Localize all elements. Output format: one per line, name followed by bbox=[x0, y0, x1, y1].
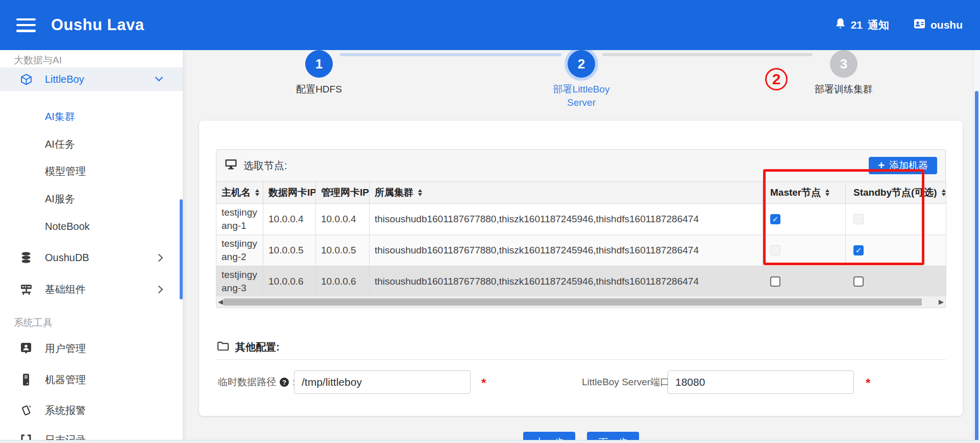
add-machine-button[interactable]: + 添加机器 bbox=[869, 157, 937, 174]
sidebar-subitem-ai-service[interactable]: AI服务 bbox=[0, 188, 183, 210]
sidebar-item-user-mgmt[interactable]: 用户管理 bbox=[0, 337, 183, 360]
sidebar-item-system-alarm[interactable]: 系统报警 bbox=[0, 399, 183, 422]
table-row-1: testjingyang-1 10.0.0.4 10.0.0.4 thisous… bbox=[216, 204, 946, 235]
components-icon bbox=[19, 283, 33, 296]
server-port-input[interactable] bbox=[668, 370, 854, 394]
nodes-table: 主机名 数据网卡IP 管理网卡IP 所属集群 Master节点 Standby节… bbox=[216, 181, 946, 297]
node-select-toolbar: 选取节点: + 添加机器 bbox=[216, 149, 946, 182]
scrollbar-thumb[interactable] bbox=[975, 91, 978, 443]
app-title: Oushu Lava bbox=[51, 16, 144, 34]
mgmt-ip-cell: 10.0.0.6 bbox=[316, 266, 370, 297]
database-icon bbox=[19, 251, 33, 264]
top-bar: Oushu Lava 21 通知 oushu bbox=[0, 0, 980, 50]
cluster-cell: thisoushudb1601187677880,thiszk160118724… bbox=[370, 266, 763, 297]
data-ip-cell: 10.0.0.6 bbox=[263, 266, 316, 297]
sidebar-item-oushudb[interactable]: OushuDB bbox=[0, 246, 183, 269]
notification-label: 通知 bbox=[868, 18, 889, 32]
step-2-circle[interactable]: 2 bbox=[568, 50, 595, 78]
scroll-left-arrow-icon[interactable]: ◀ bbox=[218, 298, 223, 306]
other-config-label: 其他配置: bbox=[235, 340, 280, 354]
step-1-label: 配置HDFS bbox=[278, 83, 360, 96]
node-select-label: 选取节点: bbox=[243, 159, 287, 173]
hamburger-menu-icon[interactable] bbox=[16, 18, 36, 32]
master-checkbox-row-3[interactable] bbox=[770, 276, 780, 287]
sidebar-item-littleboy[interactable]: LittleBoy bbox=[0, 67, 183, 91]
col-header-mgmt-ip[interactable]: 管理网卡IP bbox=[316, 182, 370, 204]
step-2-label: 部署LittleBoy Server bbox=[541, 83, 622, 109]
col-header-cluster[interactable]: 所属集群 bbox=[370, 182, 763, 204]
sort-icon[interactable] bbox=[825, 189, 829, 196]
data-ip-cell: 10.0.0.4 bbox=[263, 204, 316, 235]
sidebar-section-system-tools: 系统工具 bbox=[0, 315, 183, 331]
notification-count: 21 bbox=[851, 19, 863, 31]
topbar-right: 21 通知 oushu bbox=[835, 0, 963, 50]
master-checkbox-row-1[interactable] bbox=[770, 214, 780, 224]
machine-icon bbox=[19, 373, 33, 386]
required-asterisk: * bbox=[866, 376, 870, 390]
sidebar-subitem-ai-cluster[interactable]: AI集群 bbox=[0, 105, 183, 128]
page-bottom-scrollbar bbox=[0, 440, 980, 443]
user-badge-icon bbox=[19, 342, 33, 355]
notifications-button[interactable]: 21 通知 bbox=[835, 18, 889, 32]
cube-icon bbox=[19, 73, 33, 86]
cluster-cell: thisoushudb1601187677880,thiszk160118724… bbox=[370, 204, 763, 235]
col-header-standby[interactable]: Standby节点(可选) bbox=[846, 182, 946, 204]
step-1-circle[interactable]: 1 bbox=[305, 50, 333, 78]
master-checkbox-row-2[interactable] bbox=[770, 245, 780, 255]
node-select-label-group: 选取节点: bbox=[225, 158, 287, 173]
divider bbox=[216, 359, 946, 360]
table-horizontal-scrollbar[interactable]: ◀ ▶ bbox=[216, 296, 946, 308]
sort-icon[interactable] bbox=[942, 189, 946, 196]
step-connector-2-3 bbox=[602, 53, 813, 56]
standby-checkbox-row-1[interactable] bbox=[853, 214, 864, 224]
data-ip-cell: 10.0.0.5 bbox=[263, 235, 316, 266]
step-3-circle[interactable]: 3 bbox=[830, 50, 857, 78]
chevron-down-icon bbox=[155, 74, 163, 82]
scrollbar-thumb[interactable] bbox=[224, 298, 922, 306]
help-icon[interactable]: ? bbox=[280, 378, 289, 387]
sidebar-subitem-ai-task[interactable]: AI任务 bbox=[0, 133, 183, 155]
monitor-icon bbox=[225, 158, 237, 173]
step-connector-1-2 bbox=[340, 53, 561, 56]
user-badge-icon bbox=[914, 18, 925, 32]
table-row-2: testjingyang-2 10.0.0.5 10.0.0.5 thisous… bbox=[216, 235, 946, 266]
hostname-cell: testjingyang-1 bbox=[216, 204, 263, 235]
step-3-label: 部署训练集群 bbox=[803, 83, 885, 96]
sidebar-item-base-components[interactable]: 基础组件 bbox=[0, 278, 183, 300]
mgmt-ip-cell: 10.0.0.5 bbox=[316, 235, 370, 266]
hostname-cell: testjingyang-3 bbox=[216, 266, 263, 297]
sidebar: 大数据与AI LittleBoy AI集群 AI任务 模型管理 AI服务 Not… bbox=[0, 50, 183, 443]
scroll-right-arrow-icon[interactable]: ▶ bbox=[939, 298, 944, 306]
col-header-data-ip[interactable]: 数据网卡IP bbox=[263, 182, 316, 204]
annotation-circled-2: 2 bbox=[765, 68, 788, 90]
page-vertical-scrollbar[interactable] bbox=[973, 50, 980, 443]
cluster-cell: thisoushudb1601187677880,thiszk160118724… bbox=[370, 235, 763, 266]
col-header-hostname[interactable]: 主机名 bbox=[216, 182, 263, 204]
sort-icon[interactable] bbox=[255, 189, 259, 196]
standby-checkbox-row-3[interactable] bbox=[853, 276, 864, 287]
standby-checkbox-row-2[interactable] bbox=[853, 245, 864, 255]
plus-icon: + bbox=[878, 160, 885, 171]
col-header-master[interactable]: Master节点 bbox=[763, 182, 846, 204]
chevron-right-icon bbox=[155, 286, 163, 294]
chevron-right-icon bbox=[155, 254, 163, 262]
user-menu[interactable]: oushu bbox=[914, 18, 963, 32]
table-row-3: testjingyang-3 10.0.0.6 10.0.0.6 thisous… bbox=[216, 266, 946, 297]
bell-icon bbox=[835, 18, 846, 32]
app-window: Oushu Lava 21 通知 oushu 大数据与AI bbox=[0, 0, 980, 443]
sidebar-subitem-notebook[interactable]: NoteBook bbox=[0, 215, 183, 238]
mgmt-ip-cell: 10.0.0.4 bbox=[316, 204, 370, 235]
username: oushu bbox=[930, 19, 963, 31]
sidebar-scrollbar-thumb[interactable] bbox=[180, 199, 183, 299]
deploy-config-panel: 选取节点: + 添加机器 主机名 数据网卡IP 管理网卡IP 所属集群 Mast… bbox=[199, 121, 963, 416]
sidebar-item-machine-mgmt[interactable]: 机器管理 bbox=[0, 368, 183, 391]
sidebar-section-bigdata-ai: 大数据与AI bbox=[0, 52, 183, 68]
sidebar-subitem-model-mgmt[interactable]: 模型管理 bbox=[0, 160, 183, 182]
temp-data-path-label: 临时数据路径 ? : bbox=[218, 370, 295, 394]
hostname-cell: testjingyang-2 bbox=[216, 235, 263, 266]
server-port-label: LittleBoy Server端口: bbox=[582, 370, 672, 394]
temp-data-path-input[interactable] bbox=[294, 370, 471, 394]
sort-icon[interactable] bbox=[418, 189, 422, 196]
other-config-header: 其他配置: bbox=[217, 340, 280, 354]
folder-icon bbox=[217, 341, 229, 354]
